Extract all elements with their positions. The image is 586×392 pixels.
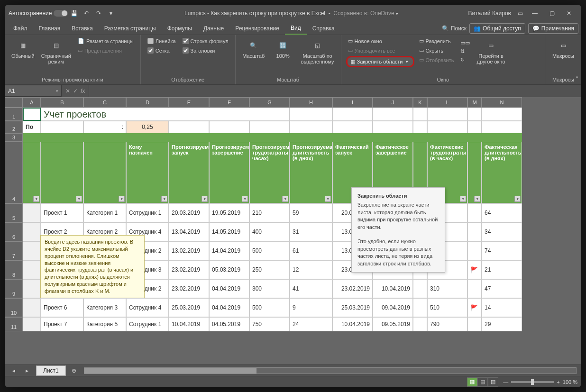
cell[interactable] xyxy=(209,121,249,133)
filter-dropdown-icon[interactable]: ▾ xyxy=(282,196,288,202)
column-header[interactable]: A xyxy=(23,97,41,108)
close-button[interactable]: ✕ xyxy=(560,7,577,20)
cell[interactable]: 790 xyxy=(427,317,467,331)
cell[interactable] xyxy=(23,279,41,298)
cell[interactable]: 61 xyxy=(290,241,332,260)
table-header-cell[interactable]: ▾ xyxy=(41,142,83,203)
filter-dropdown-icon[interactable]: ▾ xyxy=(242,196,248,202)
cell[interactable]: Категория 1 xyxy=(83,203,126,222)
cell[interactable]: 09.05.2019 xyxy=(373,317,413,331)
cell[interactable] xyxy=(482,108,522,121)
table-header-cell[interactable]: Кому назначен▾ xyxy=(126,142,169,203)
switch-windows-button[interactable]: ▭Перейти в другое окно xyxy=(475,37,507,66)
ruler-checkbox[interactable]: Линейка xyxy=(146,37,178,45)
cell[interactable] xyxy=(332,121,373,133)
share-button[interactable]: 👥 Общий доступ xyxy=(469,23,525,34)
cell[interactable] xyxy=(467,222,482,241)
cell[interactable]: 🚩 xyxy=(467,298,482,317)
zoom-level[interactable]: 100 % xyxy=(563,379,577,385)
sheet-nav-prev[interactable]: ◂ xyxy=(9,365,19,376)
cell[interactable] xyxy=(467,121,482,133)
column-header[interactable]: B xyxy=(41,97,83,108)
macros-button[interactable]: ▭Макросы xyxy=(550,37,577,61)
cell[interactable]: 0,25 xyxy=(126,121,169,133)
page-break-view-icon[interactable]: ▧ xyxy=(488,377,498,387)
cell[interactable] xyxy=(23,317,41,331)
cell[interactable]: 10.04.2019 xyxy=(169,317,209,331)
cell[interactable] xyxy=(413,317,427,331)
headings-checkbox[interactable]: Заголовки xyxy=(181,46,230,55)
tab-help[interactable]: Справка xyxy=(307,22,340,35)
cell[interactable]: 34 xyxy=(482,222,522,241)
table-header-cell[interactable]: Фактическая длительность (в днях)▾ xyxy=(482,142,522,203)
cell[interactable]: 41 xyxy=(290,279,332,298)
cell[interactable] xyxy=(413,279,427,298)
cell[interactable]: 750 xyxy=(249,317,290,331)
column-header[interactable]: H xyxy=(290,97,332,108)
cell[interactable]: 13.04.2019 xyxy=(169,222,209,241)
cell[interactable]: Проект 6 xyxy=(41,298,83,317)
cell[interactable] xyxy=(23,108,41,121)
tab-formulas[interactable]: Формулы xyxy=(162,22,198,35)
tab-view[interactable]: Вид xyxy=(285,22,307,35)
cell[interactable]: 14 xyxy=(482,298,522,317)
cell[interactable] xyxy=(290,108,332,121)
cell[interactable]: 04.05.2019 xyxy=(209,317,249,331)
table-header-cell[interactable]: Прогнозируемый запуск▾ xyxy=(169,142,209,203)
cell[interactable] xyxy=(373,121,413,133)
cell[interactable] xyxy=(427,121,467,133)
hide-button[interactable]: ▭ Скрыть xyxy=(417,46,456,55)
cell[interactable]: 19.05.2019 xyxy=(209,203,249,222)
column-header[interactable]: M xyxy=(467,97,482,108)
column-header[interactable]: F xyxy=(209,97,249,108)
cell[interactable] xyxy=(427,108,467,121)
cell[interactable]: 14.05.2019 xyxy=(209,222,249,241)
cell[interactable] xyxy=(41,133,83,142)
cell[interactable]: 31 xyxy=(290,222,332,241)
table-header-cell[interactable]: ▾ xyxy=(83,142,126,203)
gridlines-checkbox[interactable]: Сетка xyxy=(146,46,178,55)
freeze-panes-button[interactable]: ▦ Закрепить области xyxy=(346,56,414,67)
collapse-ribbon-button[interactable]: ˄ xyxy=(576,76,578,82)
cell[interactable] xyxy=(169,121,209,133)
column-header[interactable]: J xyxy=(373,97,413,108)
tab-insert[interactable]: Вставка xyxy=(66,22,99,35)
cell[interactable] xyxy=(467,133,482,142)
cell[interactable]: 🚩 xyxy=(467,260,482,279)
name-box[interactable]: A1▾ xyxy=(5,85,62,97)
cell[interactable] xyxy=(249,121,290,133)
filter-dropdown-icon[interactable]: ▾ xyxy=(33,196,39,202)
cell[interactable] xyxy=(413,121,427,133)
tab-file[interactable]: Файл xyxy=(8,22,33,35)
cell[interactable]: 250 xyxy=(249,260,290,279)
cell[interactable]: 9 xyxy=(290,298,332,317)
cell[interactable]: 23.02.2019 xyxy=(169,260,209,279)
cell[interactable]: 74 xyxy=(482,241,522,260)
cell[interactable]: 10.04.2019 xyxy=(332,317,373,331)
cell[interactable] xyxy=(467,279,482,298)
column-header[interactable]: C xyxy=(83,97,126,108)
zoom-in-button[interactable]: + xyxy=(557,379,559,385)
cell[interactable]: 04.04.2019 xyxy=(209,298,249,317)
sync-scroll-button[interactable]: ⇅ xyxy=(458,47,472,55)
zoom-100-button[interactable]: 🔢100% xyxy=(270,37,296,61)
cell[interactable] xyxy=(373,108,413,121)
cell[interactable]: : xyxy=(83,121,126,133)
filter-dropdown-icon[interactable]: ▾ xyxy=(325,196,331,202)
formula-bar-checkbox[interactable]: Строка формул xyxy=(181,37,230,45)
sheet-tab[interactable]: Лист1 xyxy=(36,365,66,376)
custom-views-button[interactable]: ▭ Представления xyxy=(76,46,136,55)
cell[interactable] xyxy=(126,133,169,142)
cell[interactable] xyxy=(413,298,427,317)
cell[interactable]: 23.02.2019 xyxy=(332,279,373,298)
cell[interactable] xyxy=(413,108,427,121)
cell[interactable]: 04.04.2019 xyxy=(209,279,249,298)
cell[interactable]: 400 xyxy=(249,222,290,241)
cancel-formula-icon[interactable]: ✕ xyxy=(65,88,70,94)
cell[interactable]: Сотрудник 1 xyxy=(126,203,169,222)
reset-window-button[interactable]: ↻ xyxy=(458,56,472,64)
page-break-view-button[interactable]: ▤ Страничный режим xyxy=(39,37,73,66)
cell[interactable]: 14.04.2019 xyxy=(209,241,249,260)
cell[interactable]: 510 xyxy=(427,298,467,317)
filter-dropdown-icon[interactable]: ▾ xyxy=(460,196,466,202)
